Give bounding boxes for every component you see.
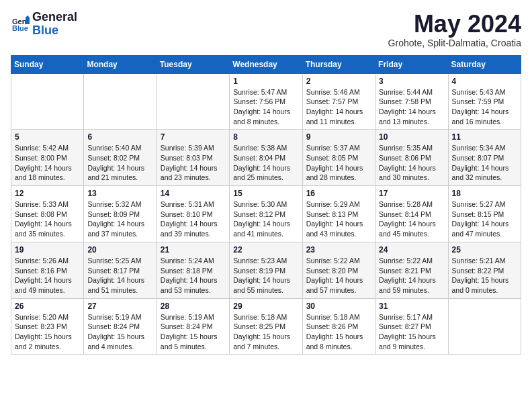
- day-number: 31: [379, 302, 444, 311]
- calendar-week-row: 12Sunrise: 5:33 AM Sunset: 8:08 PM Dayli…: [11, 186, 521, 242]
- day-info: Sunrise: 5:27 AM Sunset: 8:15 PM Dayligh…: [452, 199, 517, 239]
- day-info: Sunrise: 5:23 AM Sunset: 8:19 PM Dayligh…: [233, 256, 298, 295]
- day-info: Sunrise: 5:19 AM Sunset: 8:24 PM Dayligh…: [87, 312, 152, 352]
- day-number: 3: [379, 77, 444, 86]
- day-number: 9: [306, 132, 371, 142]
- calendar-cell: 4Sunrise: 5:43 AM Sunset: 7:59 PM Daylig…: [448, 73, 521, 130]
- calendar-cell: 5Sunrise: 5:42 AM Sunset: 8:00 PM Daylig…: [11, 130, 84, 186]
- day-number: 30: [306, 302, 371, 311]
- day-info: Sunrise: 5:22 AM Sunset: 8:20 PM Dayligh…: [306, 256, 371, 295]
- day-info: Sunrise: 5:39 AM Sunset: 8:03 PM Dayligh…: [161, 143, 226, 183]
- day-number: 8: [233, 132, 298, 142]
- day-number: 7: [161, 132, 226, 142]
- day-number: 16: [306, 189, 371, 198]
- day-of-week-header: Wednesday: [230, 55, 302, 73]
- day-number: 13: [87, 189, 152, 198]
- day-info: Sunrise: 5:19 AM Sunset: 8:24 PM Dayligh…: [161, 312, 226, 352]
- day-number: 19: [15, 245, 80, 255]
- calendar-cell: 30Sunrise: 5:18 AM Sunset: 8:26 PM Dayli…: [302, 298, 375, 355]
- day-info: Sunrise: 5:38 AM Sunset: 8:04 PM Dayligh…: [233, 143, 298, 183]
- day-number: 11: [452, 132, 517, 142]
- calendar-cell: 15Sunrise: 5:30 AM Sunset: 8:12 PM Dayli…: [230, 186, 302, 242]
- calendar-table: SundayMondayTuesdayWednesdayThursdayFrid…: [11, 55, 521, 355]
- day-info: Sunrise: 5:46 AM Sunset: 7:57 PM Dayligh…: [306, 87, 371, 127]
- day-number: 4: [452, 77, 517, 86]
- calendar-week-row: 19Sunrise: 5:26 AM Sunset: 8:16 PM Dayli…: [11, 242, 521, 298]
- day-info: Sunrise: 5:32 AM Sunset: 8:09 PM Dayligh…: [87, 199, 152, 239]
- day-info: Sunrise: 5:40 AM Sunset: 8:02 PM Dayligh…: [87, 143, 152, 183]
- calendar-cell: 20Sunrise: 5:25 AM Sunset: 8:17 PM Dayli…: [84, 242, 157, 298]
- calendar-cell: 13Sunrise: 5:32 AM Sunset: 8:09 PM Dayli…: [84, 186, 157, 242]
- day-number: 27: [87, 302, 152, 311]
- calendar-cell: 9Sunrise: 5:37 AM Sunset: 8:05 PM Daylig…: [302, 130, 375, 186]
- day-info: Sunrise: 5:17 AM Sunset: 8:27 PM Dayligh…: [379, 312, 444, 352]
- calendar-cell: 21Sunrise: 5:24 AM Sunset: 8:18 PM Dayli…: [157, 242, 229, 298]
- svg-text:Blue: Blue: [12, 24, 28, 32]
- month-title: May 2024: [388, 11, 521, 38]
- calendar-week-row: 26Sunrise: 5:20 AM Sunset: 8:23 PM Dayli…: [11, 298, 521, 355]
- day-number: 1: [233, 77, 298, 86]
- calendar-week-row: 1Sunrise: 5:47 AM Sunset: 7:56 PM Daylig…: [11, 73, 521, 130]
- day-info: Sunrise: 5:30 AM Sunset: 8:12 PM Dayligh…: [233, 199, 298, 239]
- day-info: Sunrise: 5:29 AM Sunset: 8:13 PM Dayligh…: [306, 199, 371, 239]
- day-info: Sunrise: 5:21 AM Sunset: 8:22 PM Dayligh…: [452, 256, 517, 295]
- calendar-cell: 25Sunrise: 5:21 AM Sunset: 8:22 PM Dayli…: [448, 242, 521, 298]
- day-info: Sunrise: 5:44 AM Sunset: 7:58 PM Dayligh…: [379, 87, 444, 127]
- calendar-cell: 17Sunrise: 5:28 AM Sunset: 8:14 PM Dayli…: [375, 186, 448, 242]
- day-info: Sunrise: 5:42 AM Sunset: 8:00 PM Dayligh…: [15, 143, 80, 183]
- day-number: 24: [379, 245, 444, 255]
- calendar-cell: 29Sunrise: 5:18 AM Sunset: 8:25 PM Dayli…: [230, 298, 302, 355]
- calendar-cell: 27Sunrise: 5:19 AM Sunset: 8:24 PM Dayli…: [84, 298, 157, 355]
- day-number: 17: [379, 189, 444, 198]
- day-number: 18: [452, 189, 517, 198]
- day-number: 25: [452, 245, 517, 255]
- day-number: 20: [87, 245, 152, 255]
- calendar-header: SundayMondayTuesdayWednesdayThursdayFrid…: [11, 55, 521, 73]
- day-number: 21: [161, 245, 226, 255]
- day-number: 23: [306, 245, 371, 255]
- svg-marker-2: [26, 17, 30, 24]
- page-header: General Blue General Blue May 2024 Groho…: [11, 11, 521, 48]
- day-number: 28: [161, 302, 226, 311]
- logo-blue-text: Blue: [32, 24, 77, 38]
- day-of-week-header: Monday: [84, 55, 157, 73]
- day-of-week-header: Saturday: [448, 55, 521, 73]
- day-info: Sunrise: 5:18 AM Sunset: 8:25 PM Dayligh…: [233, 312, 298, 352]
- calendar-cell: [448, 298, 521, 355]
- logo-general-text: General: [32, 11, 77, 24]
- day-info: Sunrise: 5:31 AM Sunset: 8:10 PM Dayligh…: [161, 199, 226, 239]
- day-of-week-header: Sunday: [11, 55, 84, 73]
- day-number: 12: [15, 189, 80, 198]
- calendar-week-row: 5Sunrise: 5:42 AM Sunset: 8:00 PM Daylig…: [11, 130, 521, 186]
- calendar-cell: 14Sunrise: 5:31 AM Sunset: 8:10 PM Dayli…: [157, 186, 229, 242]
- day-info: Sunrise: 5:25 AM Sunset: 8:17 PM Dayligh…: [87, 256, 152, 295]
- day-number: 29: [233, 302, 298, 311]
- title-block: May 2024 Grohote, Split-Dalmatia, Croati…: [388, 11, 521, 48]
- day-of-week-header: Tuesday: [157, 55, 229, 73]
- day-number: 15: [233, 189, 298, 198]
- location-text: Grohote, Split-Dalmatia, Croatia: [388, 38, 521, 48]
- day-info: Sunrise: 5:37 AM Sunset: 8:05 PM Dayligh…: [306, 143, 371, 183]
- header-row: SundayMondayTuesdayWednesdayThursdayFrid…: [11, 55, 521, 73]
- calendar-cell: [84, 73, 157, 130]
- calendar-cell: 6Sunrise: 5:40 AM Sunset: 8:02 PM Daylig…: [84, 130, 157, 186]
- day-number: 14: [161, 189, 226, 198]
- day-info: Sunrise: 5:47 AM Sunset: 7:56 PM Dayligh…: [233, 87, 298, 127]
- day-info: Sunrise: 5:18 AM Sunset: 8:26 PM Dayligh…: [306, 312, 371, 352]
- day-info: Sunrise: 5:24 AM Sunset: 8:18 PM Dayligh…: [161, 256, 226, 295]
- day-number: 5: [15, 132, 80, 142]
- calendar-cell: 11Sunrise: 5:34 AM Sunset: 8:07 PM Dayli…: [448, 130, 521, 186]
- calendar-cell: [157, 73, 229, 130]
- day-info: Sunrise: 5:20 AM Sunset: 8:23 PM Dayligh…: [15, 312, 80, 352]
- calendar-cell: 28Sunrise: 5:19 AM Sunset: 8:24 PM Dayli…: [157, 298, 229, 355]
- calendar-cell: 22Sunrise: 5:23 AM Sunset: 8:19 PM Dayli…: [230, 242, 302, 298]
- calendar-cell: 18Sunrise: 5:27 AM Sunset: 8:15 PM Dayli…: [448, 186, 521, 242]
- logo-icon: General Blue: [11, 15, 30, 34]
- day-info: Sunrise: 5:35 AM Sunset: 8:06 PM Dayligh…: [379, 143, 444, 183]
- calendar-cell: 16Sunrise: 5:29 AM Sunset: 8:13 PM Dayli…: [302, 186, 375, 242]
- day-of-week-header: Friday: [375, 55, 448, 73]
- calendar-cell: 23Sunrise: 5:22 AM Sunset: 8:20 PM Dayli…: [302, 242, 375, 298]
- logo: General Blue General Blue: [11, 11, 77, 38]
- day-number: 2: [306, 77, 371, 86]
- calendar-cell: 31Sunrise: 5:17 AM Sunset: 8:27 PM Dayli…: [375, 298, 448, 355]
